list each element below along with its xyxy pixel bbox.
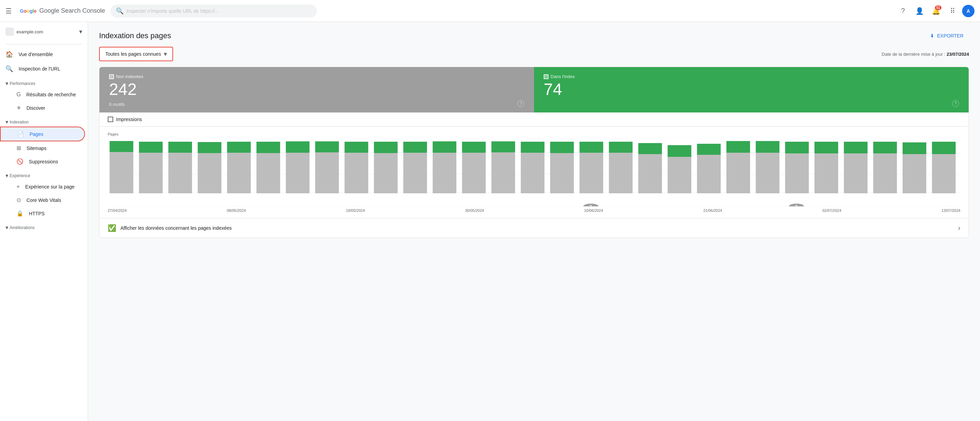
notifications-button[interactable]: 🔔 51 — [929, 4, 943, 18]
sidebar-item-suppressions[interactable]: 🚫 Suppressions — [0, 155, 85, 168]
sidebar-section-experience[interactable]: ▾ Expérience — [0, 168, 88, 180]
sidebar-section-ameliorations[interactable]: ▾ Améliorations — [0, 220, 88, 232]
bar-grey-26 — [844, 153, 867, 193]
export-label: EXPORTER — [937, 33, 964, 38]
bar-green-3 — [168, 142, 192, 153]
google-icon: G — [16, 92, 21, 98]
link-text: Afficher les données concernant les page… — [121, 225, 958, 231]
impressions-checkbox[interactable] — [108, 117, 113, 122]
sidebar-label-suppressions: Suppressions — [29, 159, 58, 164]
sidebar-item-pages[interactable]: 📄 Pages — [0, 127, 85, 141]
search-icon: 🔍 — [116, 7, 124, 15]
filter-label: Toutes les pages connues — [105, 51, 161, 57]
search-input[interactable] — [126, 8, 312, 14]
google-wordmark: Google — [20, 8, 37, 14]
non-indexed-label-text: Non indexées — [116, 74, 143, 79]
non-indexed-help-icon[interactable]: ? — [517, 100, 524, 107]
bar-green-16 — [550, 142, 574, 153]
bar-grey-28 — [902, 154, 926, 193]
sidebar-item-page-experience[interactable]: + Expérience sur la page — [0, 180, 85, 193]
layout: example.com ▾ 🏠 Vue d'ensemble 🔍 Inspect… — [0, 22, 980, 421]
page-experience-icon: + — [16, 184, 20, 190]
app-logo: Google Google Search Console — [20, 7, 105, 14]
site-favicon — [5, 27, 14, 36]
bar-grey-22 — [726, 153, 750, 193]
chart-svg: 1 1 — [108, 138, 960, 207]
bar-green-8 — [315, 141, 339, 153]
bar-grey-3 — [168, 153, 192, 193]
bar-grey-10 — [374, 153, 398, 193]
sidebar-item-search-results[interactable]: G Résultats de recherche — [0, 88, 85, 101]
bar-grey-27 — [873, 153, 897, 193]
topbar: ☰ Google Google Search Console 🔍 ? 👤 🔔 5… — [0, 0, 980, 22]
site-dropdown-icon: ▾ — [79, 28, 82, 35]
bar-green-5 — [227, 142, 251, 153]
indexed-box: ✓ Dans l'index 74 ? — [534, 67, 969, 113]
bar-grey-11 — [403, 153, 427, 193]
bar-green-6 — [256, 142, 280, 153]
bar-green-24 — [785, 142, 809, 153]
indexed-checkbox[interactable]: ✓ — [544, 74, 549, 79]
indexed-label: ✓ Dans l'index — [544, 74, 959, 79]
non-indexed-checkbox[interactable]: ✓ — [109, 74, 114, 79]
chevron-right-icon: › — [958, 224, 960, 232]
sidebar-section-performances[interactable]: ▾ Performances — [0, 76, 88, 88]
download-icon: ⬇ — [930, 33, 934, 38]
menu-icon[interactable]: ☰ — [5, 7, 12, 15]
impressions-label: Impressions — [116, 117, 142, 122]
bar-grey-18 — [609, 153, 633, 193]
sidebar-item-discover[interactable]: ✳ Discover — [0, 101, 85, 114]
bar-green-17 — [579, 142, 603, 153]
bar-green-21 — [697, 144, 721, 155]
home-icon: 🏠 — [5, 51, 13, 58]
filter-dropdown[interactable]: Toutes les pages connues ▾ — [99, 47, 173, 61]
indexed-help-icon[interactable]: ? — [952, 100, 959, 107]
filter-dropdown-arrow: ▾ — [164, 50, 167, 58]
bar-green-2 — [139, 142, 163, 153]
sidebar-item-url-inspection[interactable]: 🔍 Inspection de l'URL — [0, 62, 85, 76]
main-content: Indexation des pages ⬇ EXPORTER Toutes l… — [88, 22, 980, 421]
export-button[interactable]: ⬇ EXPORTER — [924, 30, 969, 41]
non-indexed-label: ✓ Non indexées — [109, 74, 524, 79]
indexed-value: 74 — [544, 81, 959, 99]
bar-grey-16 — [550, 153, 574, 193]
page-title: Indexation des pages — [99, 31, 171, 40]
bar-green-22 — [726, 141, 750, 153]
search-circle-icon: 🔍 — [5, 65, 13, 73]
people-button[interactable]: 👤 — [913, 4, 926, 18]
pages-icon: 📄 — [17, 131, 24, 137]
bar-green-18 — [609, 142, 633, 153]
help-button[interactable]: ? — [896, 4, 910, 18]
sidebar-label-sitemaps: Sitemaps — [27, 146, 46, 151]
sidebar-item-core-web-vitals[interactable]: ⊙ Core Web Vitals — [0, 193, 85, 207]
sidebar-item-https[interactable]: 🔒 HTTPS — [0, 207, 85, 220]
bar-green-19 — [638, 143, 662, 154]
bar-grey-13 — [462, 153, 486, 193]
sidebar-item-overview[interactable]: 🏠 Vue d'ensemble — [0, 47, 85, 62]
avatar[interactable]: A — [962, 5, 975, 17]
apps-button[interactable]: ⠿ — [946, 4, 959, 18]
sidebar-section-label-performances: Performances — [10, 81, 35, 86]
suppressions-icon: 🚫 — [16, 158, 24, 165]
x-axis-labels: 27/04/2024 08/05/2024 19/05/2024 30/05/2… — [108, 207, 960, 218]
bar-grey-20 — [668, 157, 691, 193]
bar-green-26 — [844, 142, 867, 153]
sitemaps-icon: ⊞ — [16, 145, 21, 151]
sidebar-item-sitemaps[interactable]: ⊞ Sitemaps — [0, 141, 85, 155]
bar-grey-23 — [756, 153, 780, 193]
bar-green-7 — [286, 141, 310, 153]
sidebar-label-core-web-vitals: Core Web Vitals — [27, 197, 61, 203]
indexed-pages-link[interactable]: ✅ Afficher les données concernant les pa… — [99, 218, 969, 238]
bar-grey-15 — [520, 153, 544, 193]
sidebar-section-label-experience: Expérience — [10, 173, 30, 178]
stats-row: ✓ Non indexées 242 6 motifs ? ✓ Dans l'i… — [99, 67, 969, 113]
non-indexed-box: ✓ Non indexées 242 6 motifs ? — [99, 67, 534, 113]
search-bar[interactable]: 🔍 — [110, 5, 317, 17]
x-label-0: 27/04/2024 — [108, 208, 127, 213]
impressions-toggle[interactable]: Impressions — [99, 113, 969, 127]
sidebar-section-indexation[interactable]: ▾ Indexation — [0, 114, 88, 127]
sidebar-label-pages: Pages — [30, 131, 43, 137]
site-selector[interactable]: example.com ▾ — [0, 25, 88, 41]
bar-grey-29 — [932, 154, 956, 193]
chart-area: Pages — [99, 127, 969, 218]
